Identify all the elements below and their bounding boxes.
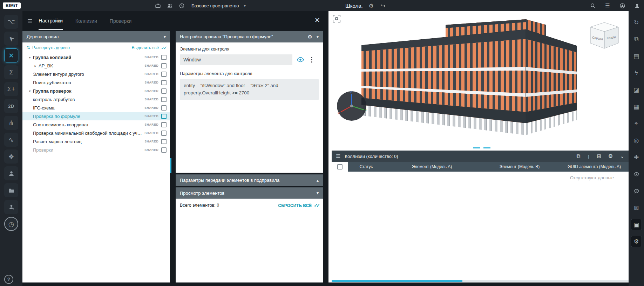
help-button[interactable]: ? — [4, 275, 13, 284]
users-tool-icon[interactable] — [4, 166, 18, 180]
element-filter-input[interactable] — [180, 54, 292, 65]
tree-item[interactable]: Проверка минимальной свободной площади с… — [22, 129, 170, 137]
orbit-icon[interactable]: ↻ — [631, 17, 642, 28]
formula-editor[interactable]: entity = "ifcWindow" and floor = "Этаж 2… — [180, 79, 319, 100]
history-clock-icon[interactable] — [178, 2, 185, 9]
tab-checks[interactable]: Проверки — [110, 13, 131, 29]
collapse-caret-icon[interactable]: ▾ — [317, 34, 319, 39]
add-filter-icon[interactable]: ⊞ — [597, 153, 601, 159]
clash-lightning-icon[interactable]: ϟ — [631, 67, 642, 79]
tree-item-checkbox[interactable] — [161, 72, 167, 77]
vertical-scrollbar-thumb[interactable] — [170, 158, 171, 173]
charts-icon[interactable]: ∿ — [4, 133, 18, 147]
tree-item[interactable]: Поиск дубликатов SHARED — [22, 78, 170, 87]
tree-item[interactable]: ▸ АР_ВК SHARED — [22, 61, 170, 70]
chevron-down-icon[interactable]: ▾ — [244, 4, 246, 8]
reset-all-link[interactable]: СБРОСИТЬ ВСЁ ✓✓ — [278, 203, 319, 208]
collisions-menu-icon[interactable]: ☰ — [336, 153, 340, 159]
collapse-caret-icon[interactable]: ▾ — [317, 191, 319, 195]
building-model[interactable] — [357, 16, 602, 157]
horizontal-scrollbar[interactable] — [332, 280, 629, 282]
tree-item[interactable]: IFC-схема SHARED — [22, 104, 170, 112]
expand-tree-icon[interactable]: ⇅ — [27, 45, 30, 50]
section-icon[interactable]: ◪ — [631, 84, 642, 95]
tree-item-checkbox[interactable] — [161, 114, 167, 119]
panel-resize-handle[interactable] — [473, 147, 490, 148]
tree-item[interactable]: ▾ Группа проверок SHARED — [22, 87, 170, 95]
layers-icon[interactable]: ⧉ — [631, 34, 642, 45]
workspace-name[interactable]: Базовое пространство — [191, 3, 239, 8]
tree-item[interactable]: Соотносимость координат SHARED — [22, 120, 170, 129]
fit-view-icon[interactable] — [332, 14, 341, 25]
column-status[interactable]: Статус — [348, 162, 385, 172]
axis-gizmo[interactable]: Z X Y — [335, 89, 368, 123]
app-logo[interactable]: BIMiT — [3, 2, 21, 9]
fit-height-icon[interactable]: ↨ — [587, 153, 590, 159]
collapse-caret-icon[interactable]: ▾ — [164, 34, 166, 39]
tree-item[interactable]: ▾ Группа коллизий SHARED — [22, 53, 170, 61]
summary-plus-icon[interactable]: Σ+ — [4, 82, 18, 96]
tree-item-checkbox[interactable] — [161, 88, 167, 94]
target-icon[interactable]: ⌖ — [631, 118, 642, 129]
collision-rules-icon[interactable]: ✕ — [4, 48, 18, 62]
transfer-params-header[interactable]: Параметры передачи элементов в подправил… — [176, 174, 323, 186]
tree-item-checkbox[interactable] — [161, 105, 167, 111]
view-elements-header[interactable]: Просмотр элементов ▾ — [176, 187, 323, 199]
viewport-3d[interactable]: Z X Y Справа Сзади ☰ Коллизии (количеств… — [328, 11, 629, 282]
tree-item-checkbox[interactable] — [161, 122, 167, 127]
tree-item[interactable]: Проверки SHARED — [22, 146, 170, 154]
grid-icon[interactable]: ▦ — [631, 101, 642, 112]
collapse-caret-up-icon[interactable]: ▴ — [317, 178, 319, 183]
viewport-settings-gear-icon[interactable]: ⚙ — [631, 236, 642, 247]
ruler-icon[interactable]: ▤ — [631, 51, 642, 62]
caret-right-icon[interactable]: ▸ — [32, 64, 39, 68]
share-icon[interactable]: ↪ — [380, 2, 387, 9]
dashboard-gauge-icon[interactable]: ◷ — [4, 217, 18, 231]
column-element-a[interactable]: Элемент (Модель А) — [385, 162, 479, 172]
tab-collisions[interactable]: Коллизии — [75, 13, 97, 29]
rules-tree-header[interactable]: Дерево правил ▾ — [22, 31, 170, 42]
close-panel-icon[interactable]: ✕ — [314, 16, 320, 24]
tree-item-checkbox[interactable] — [161, 97, 167, 102]
panel-menu-icon[interactable]: ☰ — [27, 18, 32, 25]
caret-down-icon[interactable]: ▾ — [27, 89, 33, 93]
measure-icon[interactable]: ✚ — [631, 152, 642, 163]
summary-icon[interactable]: Σ — [4, 65, 18, 79]
rule-gear-icon[interactable]: ⚙ — [308, 34, 312, 40]
hide-box-icon[interactable]: ⊠ — [631, 202, 642, 213]
tree-item-checkbox[interactable] — [161, 55, 167, 60]
2d-view-icon[interactable]: 2D — [4, 99, 18, 113]
hierarchy-icon[interactable]: ⋔ — [4, 116, 18, 130]
collapse-chevron-icon[interactable]: ⌄ — [620, 153, 624, 159]
tree-item-checkbox[interactable] — [161, 131, 167, 136]
column-element-b[interactable]: Элемент (Модель B) — [479, 162, 560, 172]
select-cursor-icon[interactable]: ➤ — [4, 32, 18, 46]
project-folder-icon[interactable] — [4, 183, 18, 197]
navigation-cube[interactable]: Справа Сзади — [587, 21, 622, 53]
table-settings-gear-icon[interactable]: ⚙ — [608, 153, 613, 159]
copy-icon[interactable]: ⧉ — [576, 153, 580, 159]
menu-list-icon[interactable]: ☰ — [604, 2, 611, 9]
project-settings-gear-icon[interactable]: ⚙ — [368, 2, 375, 9]
column-guid-a[interactable]: GUID элемента (Модель А) — [560, 162, 629, 172]
search-icon[interactable] — [589, 2, 596, 9]
tab-settings[interactable]: Настройки — [39, 12, 63, 30]
horizontal-scrollbar-thumb[interactable] — [332, 280, 462, 282]
more-options-icon[interactable]: ⋮ — [309, 56, 315, 64]
rule-settings-header[interactable]: Настройка правила "Проверка по формуле" … — [176, 31, 323, 42]
eye-visibility-icon[interactable] — [297, 56, 304, 64]
user-profile-icon[interactable] — [633, 2, 640, 9]
tree-item[interactable]: Расчет марша лестниц SHARED — [22, 137, 170, 146]
account-icon[interactable] — [619, 2, 626, 9]
users-icon[interactable] — [166, 2, 173, 9]
tree-item-checkbox[interactable] — [161, 80, 167, 85]
model-structure-icon[interactable]: ⌥ — [4, 15, 18, 29]
show-eye-icon[interactable] — [631, 168, 642, 180]
toolbox-icon[interactable] — [154, 2, 161, 9]
tree-item-checkbox[interactable] — [161, 139, 167, 144]
tree-item[interactable]: Элемент внтури другого SHARED — [22, 70, 170, 78]
select-all-checkbox[interactable] — [337, 164, 343, 169]
cube-view-icon[interactable]: ▣ — [631, 219, 642, 230]
user-location-icon[interactable] — [4, 200, 18, 214]
caret-down-icon[interactable]: ▾ — [27, 55, 33, 59]
